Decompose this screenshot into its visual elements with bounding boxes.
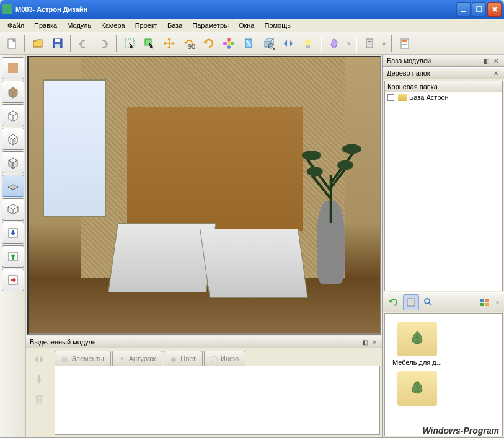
svg-rect-21 bbox=[368, 45, 371, 45]
tree-item[interactable]: + База Астрон bbox=[385, 92, 502, 102]
search-icon[interactable] bbox=[420, 294, 436, 310]
menu-params[interactable]: Параметры bbox=[187, 20, 234, 31]
light-icon[interactable] bbox=[299, 34, 317, 53]
grid-icon: ▦ bbox=[61, 355, 69, 362]
tab-color[interactable]: ◉Цвет bbox=[164, 351, 203, 366]
tool-box-iso[interactable] bbox=[2, 151, 24, 173]
module-base-title: База модулей bbox=[387, 57, 431, 64]
minimize-button[interactable] bbox=[456, 2, 471, 17]
tool-box-solid[interactable] bbox=[2, 81, 24, 103]
thumbnail-area[interactable]: Мебель для д... bbox=[384, 313, 503, 436]
menu-help[interactable]: Помощь bbox=[259, 20, 296, 31]
panel-pin-icon[interactable]: ◧ bbox=[482, 56, 490, 65]
folder-icon bbox=[398, 94, 407, 101]
right-panel: База модулей ◧ ✕ Дерево папок ✕ Корневая… bbox=[382, 55, 504, 437]
new-icon[interactable] bbox=[2, 34, 21, 53]
svg-point-33 bbox=[337, 160, 353, 170]
tool-insert[interactable] bbox=[2, 245, 24, 268]
thumbnail-item[interactable] bbox=[392, 371, 442, 408]
panel-pin-icon[interactable]: ◧ bbox=[360, 338, 369, 346]
svg-point-13 bbox=[223, 42, 227, 45]
view-icons-icon[interactable] bbox=[403, 294, 419, 310]
undo-icon[interactable] bbox=[74, 34, 93, 53]
select-arrow-icon[interactable] bbox=[140, 34, 159, 53]
menubar: Файл Правка Модуль Камера Проект База Па… bbox=[0, 19, 504, 32]
rotate-90-icon[interactable]: 90 bbox=[180, 34, 198, 53]
close-button[interactable] bbox=[487, 2, 502, 17]
module-tabs: ▦Элементы ✦Антураж ◉Цвет ⓘИнфо bbox=[55, 351, 380, 366]
tree-expand-icon[interactable]: + bbox=[387, 94, 394, 101]
titlebar: М003- Астрон Дизайн bbox=[0, 0, 504, 19]
save-icon[interactable] bbox=[48, 34, 67, 53]
menu-camera[interactable]: Камера bbox=[96, 20, 130, 31]
svg-rect-20 bbox=[368, 43, 371, 43]
flower-icon[interactable] bbox=[219, 34, 238, 53]
menu-base[interactable]: База bbox=[162, 20, 187, 31]
slider-icon[interactable] bbox=[33, 373, 45, 385]
3d-viewport[interactable] bbox=[27, 56, 381, 335]
open-icon[interactable] bbox=[29, 34, 47, 53]
svg-rect-25 bbox=[402, 44, 407, 45]
tab-elements[interactable]: ▦Элементы bbox=[55, 351, 111, 366]
tool-texture[interactable] bbox=[2, 57, 24, 79]
tab-content bbox=[55, 366, 380, 435]
menu-file[interactable]: Файл bbox=[2, 20, 29, 31]
flip-h-icon[interactable] bbox=[279, 34, 298, 53]
svg-rect-38 bbox=[480, 303, 484, 306]
svg-rect-0 bbox=[461, 11, 466, 12]
palette-icon: ◉ bbox=[170, 355, 178, 362]
window-title: М003- Астрон Дизайн bbox=[15, 6, 87, 13]
panel-close-icon[interactable]: ✕ bbox=[492, 56, 500, 65]
pan-icon[interactable] bbox=[325, 34, 343, 53]
svg-text:90: 90 bbox=[188, 43, 195, 50]
thumbnail-item[interactable]: Мебель для д... bbox=[392, 322, 442, 366]
svg-rect-15 bbox=[265, 41, 271, 47]
folder-tree-title: Дерево папок bbox=[387, 69, 430, 77]
tree-root[interactable]: Корневая папка bbox=[385, 81, 502, 92]
tool-export[interactable] bbox=[2, 269, 24, 291]
doc-icon[interactable] bbox=[360, 34, 379, 53]
toolbar-expand-1[interactable]: » bbox=[345, 40, 353, 46]
move-icon[interactable] bbox=[160, 34, 179, 53]
svg-point-11 bbox=[231, 42, 234, 45]
tool-box-open[interactable] bbox=[2, 128, 24, 150]
redo-icon[interactable] bbox=[94, 34, 113, 53]
maximize-button[interactable] bbox=[472, 2, 486, 17]
svg-rect-26 bbox=[8, 63, 18, 73]
menu-project[interactable]: Проект bbox=[130, 20, 162, 31]
app-icon bbox=[2, 4, 12, 14]
tool-plane-iso[interactable] bbox=[2, 198, 24, 221]
svg-rect-19 bbox=[368, 41, 371, 42]
star-icon: ✦ bbox=[119, 355, 126, 362]
left-toolbar bbox=[0, 55, 26, 437]
menu-edit[interactable]: Правка bbox=[29, 20, 62, 31]
svg-rect-5 bbox=[55, 44, 60, 48]
select-rect-icon[interactable] bbox=[120, 34, 139, 53]
panel-close-icon[interactable]: ✕ bbox=[370, 338, 379, 346]
info-icon: ⓘ bbox=[211, 355, 218, 362]
tool-box-wire[interactable] bbox=[2, 104, 24, 126]
svg-rect-37 bbox=[485, 299, 489, 302]
view-mode-icon[interactable] bbox=[476, 294, 492, 310]
svg-rect-23 bbox=[402, 40, 407, 42]
tab-info[interactable]: ⓘИнфо bbox=[204, 351, 245, 366]
svg-rect-34 bbox=[407, 299, 415, 306]
menu-module[interactable]: Модуль bbox=[62, 20, 96, 31]
trash-icon[interactable] bbox=[33, 393, 45, 405]
svg-rect-24 bbox=[402, 43, 407, 43]
tab-entourage[interactable]: ✦Антураж bbox=[112, 351, 163, 366]
folder-tree[interactable]: Корневая папка + База Астрон bbox=[384, 81, 503, 291]
toolbar-expand-3[interactable]: » bbox=[493, 299, 502, 305]
panel-close-icon[interactable]: ✕ bbox=[492, 69, 500, 77]
refresh-icon[interactable] bbox=[386, 294, 402, 310]
right-panel-toolbar: » bbox=[383, 292, 504, 312]
tool-plane-sel[interactable] bbox=[2, 175, 24, 197]
report-icon[interactable] bbox=[396, 34, 414, 53]
view3d-icon[interactable] bbox=[259, 34, 278, 53]
tool-import[interactable] bbox=[2, 222, 24, 244]
rotate-icon[interactable] bbox=[200, 34, 218, 53]
toolbar-expand-2[interactable]: » bbox=[380, 40, 388, 46]
flip-icon[interactable] bbox=[33, 353, 45, 366]
menu-windows[interactable]: Окна bbox=[234, 20, 260, 31]
mirror-icon[interactable] bbox=[239, 34, 258, 53]
